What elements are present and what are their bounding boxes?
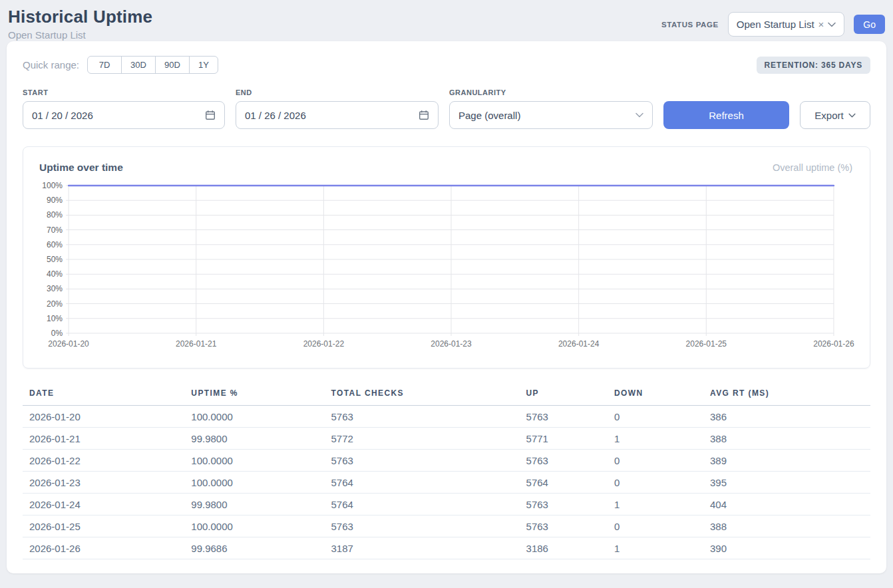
svg-text:2026-01-25: 2026-01-25 <box>686 339 727 349</box>
go-button[interactable]: Go <box>854 15 885 34</box>
table-cell: 99.9800 <box>184 494 324 515</box>
table-cell: 3186 <box>520 537 608 559</box>
table-cell: 2026-01-20 <box>23 406 184 428</box>
table-cell: 1 <box>608 537 703 559</box>
clear-icon[interactable]: × <box>818 19 824 29</box>
svg-text:2026-01-20: 2026-01-20 <box>48 339 89 349</box>
svg-text:2026-01-23: 2026-01-23 <box>431 339 472 349</box>
quick-range-button-7d[interactable]: 7D <box>87 56 122 74</box>
table-header-row: DATEUPTIME %TOTAL CHECKSUPDOWNAVG RT (MS… <box>23 384 870 406</box>
start-date-value: 01 / 20 / 2026 <box>32 110 93 121</box>
svg-text:50%: 50% <box>47 255 63 264</box>
main-panel: Quick range: 7D30D90D1Y RETENTION: 365 D… <box>7 41 886 573</box>
column-header-avg-rt-ms: AVG RT (MS) <box>703 384 870 406</box>
quick-range-label: Quick range: <box>23 59 79 71</box>
header-right: STATUS PAGE Open Startup List × Go <box>661 12 885 37</box>
uptime-chart-card: Uptime over time Overall uptime (%) 0%10… <box>23 146 870 368</box>
retention-badge: RETENTION: 365 DAYS <box>757 57 870 74</box>
quick-range-group: 7D30D90D1Y <box>87 56 218 74</box>
table-cell: 0 <box>608 515 703 537</box>
table-cell: 386 <box>703 406 870 428</box>
table-cell: 100.0000 <box>184 515 324 537</box>
chevron-down-icon[interactable] <box>828 22 836 27</box>
table-cell: 2026-01-23 <box>23 472 184 494</box>
table-cell: 0 <box>608 450 703 472</box>
chart-header: Uptime over time Overall uptime (%) <box>35 158 858 174</box>
uptime-stats-table: DATEUPTIME %TOTAL CHECKSUPDOWNAVG RT (MS… <box>23 384 870 559</box>
column-header-date: DATE <box>23 384 184 406</box>
table-row: 2026-01-2699.9686318731861390 <box>23 537 870 559</box>
granularity-field: GRANULARITY Page (overall) <box>449 88 653 129</box>
refresh-button[interactable]: Refresh <box>663 101 789 129</box>
table-cell: 99.9686 <box>184 537 324 559</box>
table-cell: 100.0000 <box>184 406 324 428</box>
table-cell: 1 <box>608 494 703 515</box>
calendar-icon[interactable] <box>419 110 429 120</box>
svg-text:2026-01-24: 2026-01-24 <box>558 339 600 349</box>
quick-range-button-90d[interactable]: 90D <box>155 56 190 74</box>
end-date-input[interactable]: 01 / 26 / 2026 <box>236 101 439 129</box>
chevron-down-icon <box>848 113 856 118</box>
column-header-up: UP <box>520 384 608 406</box>
svg-text:2026-01-26: 2026-01-26 <box>813 339 854 349</box>
page-title: Historical Uptime <box>8 7 152 27</box>
table-cell: 5771 <box>520 428 608 450</box>
table-cell: 5763 <box>325 515 520 537</box>
table-row: 2026-01-25100.0000576357630388 <box>23 515 870 537</box>
table-cell: 388 <box>703 428 870 450</box>
column-header-total-checks: TOTAL CHECKS <box>325 384 520 406</box>
table-cell: 390 <box>703 537 870 559</box>
end-date-field: END 01 / 26 / 2026 <box>236 88 439 129</box>
table-cell: 2026-01-25 <box>23 515 184 537</box>
table-cell: 5763 <box>520 406 608 428</box>
svg-text:70%: 70% <box>47 225 63 235</box>
table-row: 2026-01-22100.0000576357630389 <box>23 450 870 472</box>
table-cell: 2026-01-21 <box>23 428 184 450</box>
granularity-select[interactable]: Page (overall) <box>449 101 653 129</box>
table-cell: 5763 <box>520 494 608 515</box>
table-cell: 2026-01-26 <box>23 537 184 559</box>
calendar-icon[interactable] <box>205 110 216 120</box>
column-header-down: DOWN <box>608 384 703 406</box>
status-page-label: STATUS PAGE <box>661 21 719 29</box>
title-block: Historical Uptime Open Startup List <box>8 7 152 41</box>
svg-text:30%: 30% <box>47 284 63 293</box>
chart-area: 0%10%20%30%40%50%60%70%80%90%100%2026-01… <box>35 180 858 355</box>
table-cell: 5763 <box>520 515 608 537</box>
table-cell: 404 <box>703 494 870 515</box>
svg-text:60%: 60% <box>47 240 63 249</box>
table-cell: 5763 <box>325 450 520 472</box>
granularity-label: GRANULARITY <box>449 88 653 96</box>
start-date-input[interactable]: 01 / 20 / 2026 <box>23 101 225 129</box>
table-cell: 5764 <box>325 472 520 494</box>
chart-legend-label: Overall uptime (%) <box>773 162 852 173</box>
svg-text:2026-01-22: 2026-01-22 <box>303 339 345 349</box>
page-subtitle: Open Startup List <box>8 29 152 41</box>
table-cell: 388 <box>703 515 870 537</box>
svg-text:0%: 0% <box>51 329 63 338</box>
start-date-label: START <box>23 88 225 96</box>
status-page-select[interactable]: Open Startup List × <box>728 12 845 37</box>
export-button[interactable]: Export <box>800 101 870 129</box>
svg-text:20%: 20% <box>47 299 63 309</box>
quick-range-button-1y[interactable]: 1Y <box>189 56 218 74</box>
quick-range-button-30d[interactable]: 30D <box>121 56 156 74</box>
quick-range-row: Quick range: 7D30D90D1Y RETENTION: 365 D… <box>23 56 870 74</box>
granularity-selected-value: Page (overall) <box>458 110 520 121</box>
controls-row: START 01 / 20 / 2026 END 01 / 26 / 2026 … <box>23 88 870 129</box>
svg-text:90%: 90% <box>47 196 63 205</box>
table-cell: 5772 <box>325 428 520 450</box>
end-date-label: END <box>236 88 439 96</box>
table-cell: 2026-01-24 <box>23 494 184 515</box>
table-cell: 389 <box>703 450 870 472</box>
table-cell: 0 <box>608 472 703 494</box>
svg-text:100%: 100% <box>42 181 63 190</box>
table-cell: 99.9800 <box>184 428 324 450</box>
table-cell: 5764 <box>520 472 608 494</box>
table-row: 2026-01-2199.9800577257711388 <box>23 428 870 450</box>
table-cell: 3187 <box>325 537 520 559</box>
table-cell: 1 <box>608 428 703 450</box>
table-cell: 395 <box>703 472 870 494</box>
svg-text:10%: 10% <box>47 314 63 323</box>
export-button-label: Export <box>814 110 843 121</box>
